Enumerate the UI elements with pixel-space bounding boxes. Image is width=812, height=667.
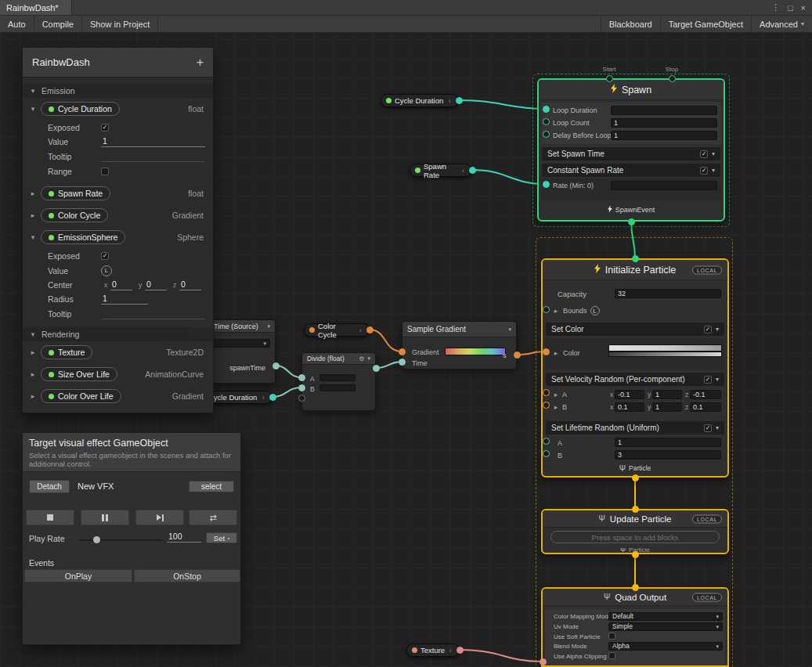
- property-row-spawn-rate[interactable]: ▸ Spawn Rate float: [23, 186, 213, 201]
- port-rate[interactable]: [543, 181, 550, 188]
- property-pill-emission-sphere[interactable]: EmissionSphere: [41, 230, 125, 244]
- pill-color-cycle[interactable]: Color Cycle ‹: [304, 323, 370, 337]
- fold-open-icon[interactable]: ▾: [29, 233, 37, 241]
- auto-button[interactable]: Auto: [0, 16, 34, 32]
- section-emission[interactable]: ▾ Emission: [23, 84, 213, 98]
- divide-b-field[interactable]: [319, 384, 355, 391]
- port-pill-cycle-duration[interactable]: [456, 97, 463, 104]
- play-rate-field[interactable]: 100: [167, 532, 201, 543]
- quad-output-node[interactable]: Ψ Quad Output LOCAL Color Mapping Mode D…: [541, 587, 729, 667]
- compile-button[interactable]: Compile: [34, 16, 82, 32]
- pill-spawn-rate[interactable]: Spawn Rate ‹: [410, 164, 472, 177]
- sample-gradient-header[interactable]: Sample Gradient ▾: [402, 322, 516, 337]
- property-pill-color-cycle[interactable]: Color Cycle: [41, 208, 108, 222]
- divide-header[interactable]: Divide (float) ⚙ ▾: [302, 353, 375, 365]
- color-mapping-dropdown[interactable]: Default▾: [608, 612, 723, 621]
- color-gradient-swatch[interactable]: [608, 344, 722, 352]
- set-velocity-checkbox[interactable]: ✓: [704, 376, 712, 384]
- port-quad-input[interactable]: [632, 584, 639, 591]
- port-gradient-input[interactable]: [399, 348, 406, 355]
- port-divide-output[interactable]: [373, 365, 380, 372]
- link-badge[interactable]: L: [101, 265, 112, 276]
- port-delay-before-loop[interactable]: [543, 131, 550, 138]
- property-pill-texture[interactable]: Texture: [41, 345, 92, 359]
- fold-open-icon[interactable]: ▾: [29, 330, 37, 338]
- step-button[interactable]: [135, 510, 184, 525]
- port-pill-cycle-duration-2[interactable]: [269, 394, 276, 401]
- value-field[interactable]: 1: [101, 136, 205, 147]
- port-spawntime-output[interactable]: [272, 362, 280, 370]
- set-lifetime-block[interactable]: Set Lifetime Random (Uniform) ✓▾: [546, 421, 724, 434]
- fold-closed-icon[interactable]: ▸: [29, 189, 37, 197]
- initialize-node-header[interactable]: Initialize Particle LOCAL: [543, 260, 727, 280]
- fold-closed-icon[interactable]: ▸: [29, 392, 37, 400]
- constant-spawn-rate-block[interactable]: Constant Spawn Rate ✓▾: [542, 164, 720, 177]
- set-play-rate-button[interactable]: Set ▾: [206, 532, 237, 543]
- pill-texture[interactable]: Texture ‹: [406, 644, 460, 657]
- spawn-node-header[interactable]: Spawn: [539, 80, 724, 100]
- collapse-icon[interactable]: ‹: [449, 97, 451, 105]
- pill-cycle-duration[interactable]: Cycle Duration ‹: [381, 94, 459, 107]
- onstop-button[interactable]: OnStop: [134, 569, 240, 582]
- fold-closed-icon[interactable]: ▸: [29, 348, 37, 356]
- add-blocks-placeholder[interactable]: Press space to add blocks: [550, 531, 720, 543]
- sample-gradient-operator[interactable]: Sample Gradient ▾ Gradient Time s: [402, 321, 517, 370]
- fold-open-icon[interactable]: ▾: [29, 87, 37, 95]
- fold-closed-icon[interactable]: ▸: [552, 403, 560, 411]
- set-lifetime-checkbox[interactable]: ✓: [704, 424, 712, 432]
- loop-count-field[interactable]: 1: [611, 118, 717, 128]
- property-row-color-cycle[interactable]: ▸ Color Cycle Gradient: [23, 207, 213, 223]
- fold-closed-icon[interactable]: ▸: [552, 349, 560, 357]
- port-velocity-b[interactable]: [543, 402, 550, 409]
- target-gameobject-panel[interactable]: Target visual effect GameObject Select a…: [22, 432, 241, 645]
- update-node-header[interactable]: Ψ Update Particle LOCAL: [543, 510, 727, 528]
- port-update-input[interactable]: [632, 506, 639, 513]
- pause-button[interactable]: [81, 510, 129, 525]
- port-divide-b[interactable]: [298, 384, 305, 391]
- fold-open-icon[interactable]: ▾: [29, 105, 37, 113]
- link-badge[interactable]: L: [590, 306, 600, 315]
- property-row-emission-sphere[interactable]: ▾ EmissionSphere Sphere: [23, 229, 213, 245]
- velocity-a-x-field[interactable]: -0.1: [615, 390, 644, 399]
- lifetime-b-field[interactable]: 3: [615, 450, 721, 460]
- window-tab[interactable]: RainbwDash*: [0, 0, 72, 15]
- radius-field[interactable]: 1: [101, 294, 148, 305]
- edge-spawntime-to-divide-a[interactable]: [276, 366, 301, 377]
- port-initialize-output[interactable]: [632, 474, 639, 481]
- collapse-icon[interactable]: ‹: [462, 167, 464, 175]
- fold-closed-icon[interactable]: ▸: [29, 370, 37, 378]
- spawn-node[interactable]: Spawn Loop Duration Loop Count 1 Delay B…: [537, 78, 725, 222]
- gradient-swatch[interactable]: [445, 348, 506, 355]
- port-lifetime-b[interactable]: [543, 450, 550, 457]
- port-lifetime-a[interactable]: [543, 438, 550, 445]
- rate-field[interactable]: [611, 181, 717, 190]
- alpha-gradient-swatch[interactable]: [608, 352, 722, 357]
- caret-down-icon[interactable]: ▾: [716, 326, 719, 333]
- caret-down-icon[interactable]: ▾: [716, 376, 719, 383]
- stop-button[interactable]: [26, 510, 74, 525]
- lifetime-a-field[interactable]: 1: [615, 438, 721, 447]
- capacity-field[interactable]: 32: [615, 289, 721, 298]
- port-pill-texture[interactable]: [457, 647, 464, 654]
- port-loop-count[interactable]: [543, 118, 550, 125]
- divide-a-field[interactable]: [319, 374, 355, 381]
- caret-down-icon[interactable]: ▾: [716, 424, 719, 431]
- collapse-icon[interactable]: ‹: [359, 326, 362, 334]
- tooltip-field[interactable]: [101, 151, 205, 162]
- velocity-b-x-field[interactable]: 0.1: [615, 402, 644, 412]
- divide-operator[interactable]: Divide (float) ⚙ ▾ A B: [301, 352, 376, 411]
- exposed-checkbox[interactable]: ✓: [101, 124, 109, 132]
- velocity-a-y-field[interactable]: 1: [652, 390, 682, 399]
- property-row-cycle-duration[interactable]: ▾ Cycle Duration float: [23, 101, 213, 117]
- fold-closed-icon[interactable]: ▸: [29, 211, 37, 219]
- property-pill-spawn-rate[interactable]: Spawn Rate: [41, 186, 110, 200]
- edge-cycle-duration-to-divide-b[interactable]: [272, 388, 301, 397]
- show-in-project-button[interactable]: Show in Project: [82, 16, 158, 32]
- caret-down-icon[interactable]: ▾: [712, 167, 715, 174]
- property-row-texture[interactable]: ▸ Texture Texture2D: [23, 344, 213, 360]
- set-spawn-time-block[interactable]: Set Spawn Time ✓▾: [542, 147, 720, 160]
- initialize-node[interactable]: Initialize Particle LOCAL Capacity 32 ▸ …: [541, 258, 729, 478]
- port-time-input[interactable]: [399, 359, 406, 366]
- set-spawn-time-checkbox[interactable]: ✓: [700, 150, 708, 158]
- loop-duration-field[interactable]: [611, 106, 717, 115]
